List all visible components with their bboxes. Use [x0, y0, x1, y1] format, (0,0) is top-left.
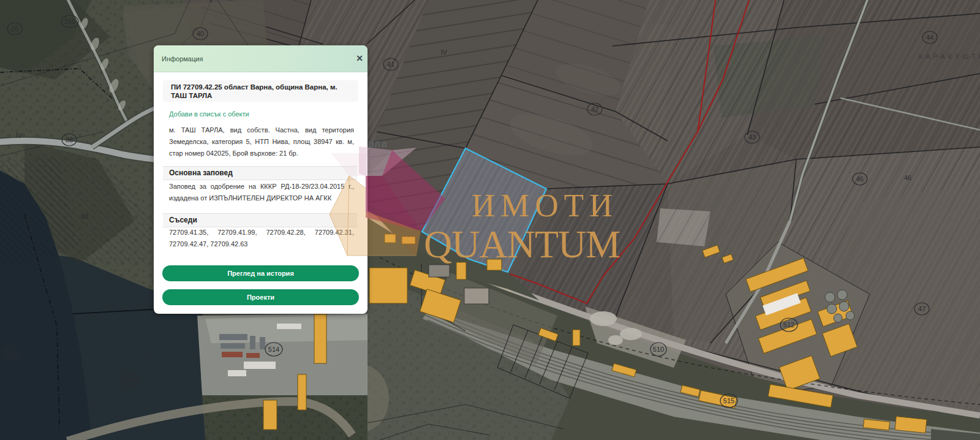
- svg-text:44: 44: [926, 34, 933, 41]
- svg-text:КАРАКУШТЕГ: КАРАКУШТЕГ: [919, 53, 980, 60]
- svg-text:40: 40: [197, 30, 204, 37]
- svg-text:43: 43: [748, 134, 756, 141]
- svg-text:IV: IV: [16, 132, 23, 139]
- svg-text:164: 164: [124, 376, 135, 384]
- svg-text:510: 510: [653, 346, 664, 353]
- svg-text:41: 41: [387, 61, 394, 68]
- svg-text:46: 46: [904, 174, 911, 181]
- svg-text:47: 47: [918, 305, 925, 313]
- svg-text:42: 42: [591, 105, 598, 113]
- svg-text:26: 26: [11, 25, 18, 32]
- svg-text:514: 514: [268, 346, 279, 353]
- svg-text:512: 512: [783, 321, 794, 328]
- svg-text:рла: рла: [368, 138, 388, 149]
- svg-text:515: 515: [723, 397, 734, 404]
- svg-text:50: 50: [7, 349, 14, 357]
- svg-text:88: 88: [66, 136, 73, 143]
- svg-text:165: 165: [64, 18, 75, 25]
- svg-text:88: 88: [81, 213, 88, 220]
- svg-text:46: 46: [856, 175, 864, 183]
- svg-text:IV: IV: [441, 48, 448, 56]
